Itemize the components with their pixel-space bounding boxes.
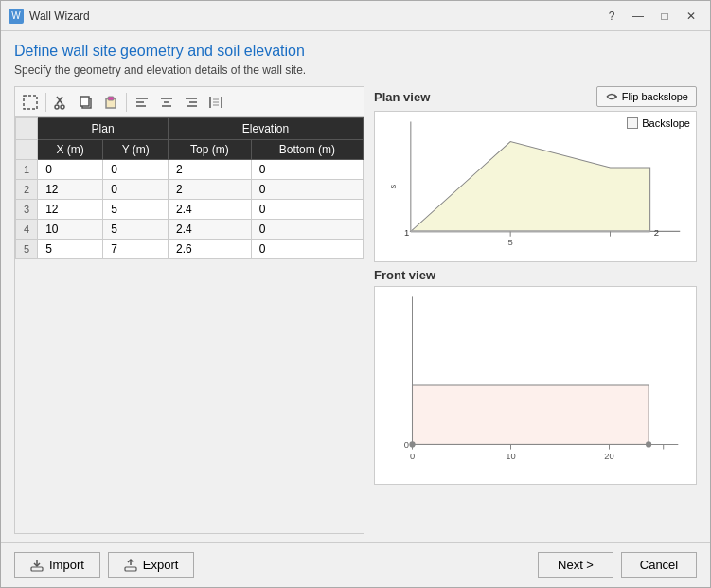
svg-text:0: 0 bbox=[410, 452, 415, 461]
close-button[interactable]: ✕ bbox=[680, 7, 702, 26]
import-icon bbox=[30, 559, 44, 572]
legend-label: Backslope bbox=[642, 117, 690, 129]
svg-rect-35 bbox=[413, 385, 649, 444]
cell-y[interactable]: 0 bbox=[103, 160, 169, 180]
plan-view-section: Plan view Flip backslope Backslo bbox=[374, 86, 697, 262]
row-number: 1 bbox=[16, 160, 38, 180]
cell-y[interactable]: 0 bbox=[103, 180, 169, 200]
align-right-button[interactable] bbox=[180, 91, 203, 114]
cell-y[interactable]: 5 bbox=[103, 200, 169, 220]
flip-icon bbox=[605, 90, 618, 103]
content-area: Define wall site geometry and soil eleva… bbox=[1, 31, 710, 534]
svg-text:10: 10 bbox=[506, 452, 515, 461]
plan-view-header: Plan view Flip backslope bbox=[374, 86, 697, 107]
window-title: Wall Wizard bbox=[29, 9, 600, 23]
help-button[interactable]: ? bbox=[600, 7, 623, 26]
cell-bottom[interactable]: 0 bbox=[251, 160, 363, 180]
legend-box bbox=[627, 117, 638, 129]
separator-2 bbox=[126, 93, 127, 112]
col-header-row: X (m) Y (m) Top (m) Bottom (m) bbox=[16, 140, 364, 160]
right-panel: Plan view Flip backslope Backslo bbox=[374, 86, 697, 534]
paste-button[interactable] bbox=[99, 91, 122, 114]
cell-top[interactable]: 2 bbox=[169, 180, 252, 200]
import-button[interactable]: Import bbox=[14, 552, 100, 578]
col-top: Top (m) bbox=[169, 140, 252, 160]
cut-button[interactable] bbox=[50, 91, 73, 114]
title-controls: ? — □ ✕ bbox=[600, 7, 702, 26]
cell-bottom[interactable]: 0 bbox=[251, 240, 363, 259]
row-number: 3 bbox=[16, 200, 38, 220]
cell-top[interactable]: 2.6 bbox=[169, 240, 252, 259]
cancel-label: Cancel bbox=[640, 558, 678, 572]
svg-marker-25 bbox=[411, 142, 650, 232]
row-num-header bbox=[16, 118, 38, 140]
table-row[interactable]: 2 12 0 2 0 bbox=[16, 180, 364, 200]
cell-x[interactable]: 10 bbox=[38, 220, 103, 240]
separator-1 bbox=[45, 93, 46, 112]
svg-rect-8 bbox=[108, 97, 114, 100]
next-button[interactable]: Next > bbox=[538, 552, 613, 578]
table-row[interactable]: 4 10 5 2.4 0 bbox=[16, 220, 364, 240]
cell-x[interactable]: 0 bbox=[38, 160, 103, 180]
front-view-header: Front view bbox=[374, 268, 697, 282]
maximize-button[interactable]: □ bbox=[653, 7, 676, 26]
cell-x[interactable]: 12 bbox=[38, 200, 103, 220]
export-icon bbox=[124, 559, 137, 572]
table-row[interactable]: 5 5 7 2.6 0 bbox=[16, 240, 364, 259]
minimize-button[interactable]: — bbox=[627, 7, 649, 26]
cell-x[interactable]: 12 bbox=[38, 180, 103, 200]
front-chart-svg: 0 0 10 20 bbox=[375, 287, 696, 484]
svg-text:2: 2 bbox=[654, 227, 659, 238]
plan-view-chart: Backslope bbox=[374, 111, 697, 262]
svg-rect-6 bbox=[80, 97, 89, 106]
svg-rect-49 bbox=[125, 567, 136, 571]
footer-right: Next > Cancel bbox=[538, 552, 697, 578]
row-number: 4 bbox=[16, 220, 38, 240]
front-view-title: Front view bbox=[374, 268, 435, 282]
app-icon: W bbox=[9, 9, 24, 24]
table-row[interactable]: 3 12 5 2.4 0 bbox=[16, 200, 364, 220]
export-button[interactable]: Export bbox=[108, 552, 195, 578]
main-window: W Wall Wizard ? — □ ✕ Define wall site g… bbox=[0, 0, 711, 588]
align-left-button[interactable] bbox=[131, 91, 153, 114]
distribute-button[interactable] bbox=[204, 91, 227, 114]
cell-top[interactable]: 2.4 bbox=[169, 200, 252, 220]
next-label: Next > bbox=[558, 558, 594, 572]
cell-bottom[interactable]: 0 bbox=[251, 180, 363, 200]
flip-backslope-button[interactable]: Flip backslope bbox=[596, 86, 697, 107]
row-num-col bbox=[16, 140, 38, 160]
plan-view-title: Plan view bbox=[374, 90, 430, 104]
cell-top[interactable]: 2.4 bbox=[169, 220, 252, 240]
cell-bottom[interactable]: 0 bbox=[251, 220, 363, 240]
svg-text:s: s bbox=[387, 184, 398, 188]
footer-left: Import Export bbox=[14, 552, 194, 578]
cell-y[interactable]: 7 bbox=[103, 240, 169, 259]
front-view-section: Front view bbox=[374, 268, 697, 534]
title-bar: W Wall Wizard ? — □ ✕ bbox=[1, 1, 710, 31]
left-panel: Plan Elevation X (m) Y (m) Top (m) Botto… bbox=[14, 86, 364, 534]
elevation-group-header: Elevation bbox=[169, 118, 364, 140]
svg-text:1: 1 bbox=[404, 227, 409, 238]
col-bottom: Bottom (m) bbox=[251, 140, 363, 160]
svg-rect-0 bbox=[24, 96, 37, 109]
row-number: 2 bbox=[16, 180, 38, 200]
row-number: 5 bbox=[16, 240, 38, 259]
cell-y[interactable]: 5 bbox=[103, 220, 169, 240]
toolbar bbox=[14, 86, 364, 116]
cell-x[interactable]: 5 bbox=[38, 240, 103, 259]
plan-chart-svg: 1 2 5 s bbox=[375, 112, 696, 261]
backslope-legend: Backslope bbox=[627, 117, 690, 129]
front-view-chart: 0 0 10 20 bbox=[374, 286, 697, 485]
svg-point-3 bbox=[55, 105, 59, 109]
svg-text:5: 5 bbox=[508, 237, 513, 247]
group-header-row: Plan Elevation bbox=[16, 118, 364, 140]
copy-button[interactable] bbox=[75, 91, 98, 114]
align-center-button[interactable] bbox=[155, 91, 178, 114]
table-row[interactable]: 1 0 0 2 0 bbox=[16, 160, 364, 180]
cell-top[interactable]: 2 bbox=[169, 160, 252, 180]
select-button[interactable] bbox=[19, 91, 42, 114]
cell-bottom[interactable]: 0 bbox=[251, 200, 363, 220]
data-table: Plan Elevation X (m) Y (m) Top (m) Botto… bbox=[15, 117, 364, 259]
cancel-button[interactable]: Cancel bbox=[621, 552, 697, 578]
page-title: Define wall site geometry and soil eleva… bbox=[14, 43, 697, 60]
